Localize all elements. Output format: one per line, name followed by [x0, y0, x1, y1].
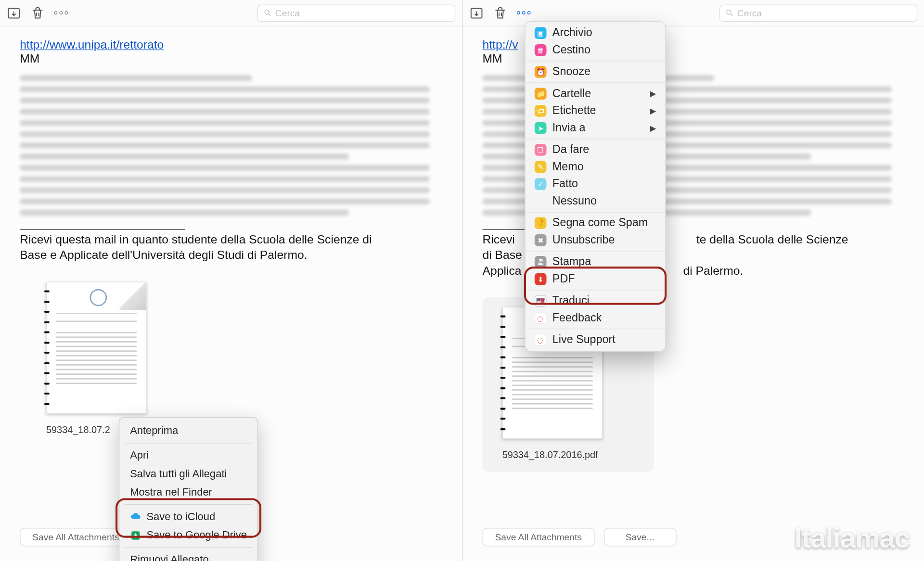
dd-cartelle[interactable]: 📁Cartelle▶ [526, 85, 666, 102]
dd-unsub[interactable]: ✖Unsubscribe [526, 231, 666, 249]
archive-icon[interactable] [469, 6, 484, 20]
archive-icon: ▣ [535, 27, 547, 39]
dd-etichette[interactable]: 🏷Etichette▶ [526, 102, 666, 120]
menu-salva-tutti[interactable]: Salva tutti gli Allegati [119, 464, 257, 483]
todo-icon: ☐ [535, 144, 547, 156]
trash-icon[interactable] [493, 6, 507, 20]
save-all-button[interactable]: Save All Attachments [20, 528, 131, 546]
dd-traduci[interactable]: 🇺🇸Traduci [526, 293, 666, 310]
archive-icon[interactable] [7, 6, 21, 20]
pane-left: http://www.unipa.it/rettorato MM Ricevi … [0, 0, 462, 561]
search-field[interactable] [737, 8, 911, 18]
dd-nessuno[interactable]: Nessuno [526, 192, 666, 210]
watermark: Italiamac [795, 522, 910, 554]
pdf-icon: ⬇ [535, 273, 547, 285]
dd-pdf[interactable]: ⬇PDF [526, 270, 666, 288]
spam-icon: 👎 [535, 217, 547, 229]
redacted-text [20, 75, 442, 216]
attachment-thumbnail[interactable] [46, 281, 146, 413]
menu-save-icloud[interactable]: Save to iCloud [119, 508, 257, 526]
actions-dropdown: ▣Archivio 🗑Cestino ⏰Snooze 📁Cartelle▶ 🏷E… [525, 21, 666, 352]
search-input[interactable] [719, 4, 917, 22]
dd-invia[interactable]: ➤Invia a▶ [526, 119, 666, 137]
divider [20, 229, 185, 230]
save-all-button[interactable]: Save All Attachments [482, 528, 594, 546]
search-field[interactable] [275, 8, 449, 18]
menu-mostra-finder[interactable]: Mostra nel Finder [119, 483, 257, 501]
dd-feedback[interactable]: ◌Feedback [526, 309, 666, 327]
pane-right: http://v MM Ricevi te della Scuola delle… [462, 0, 924, 561]
dd-dafare[interactable]: ☐Da fare [526, 141, 666, 158]
more-icon-active[interactable] [517, 11, 531, 14]
memo-icon: ✎ [535, 161, 547, 173]
chevron-right-icon: ▶ [650, 89, 656, 98]
dd-archivio[interactable]: ▣Archivio [526, 25, 666, 42]
tag-icon: 🏷 [535, 105, 547, 117]
rettorato-link[interactable]: http://www.unipa.it/rettorato [20, 38, 164, 51]
mm-label: MM [20, 52, 442, 66]
chevron-right-icon: ▶ [650, 106, 656, 115]
dd-stampa[interactable]: 🖶Stampa [526, 254, 666, 271]
send-icon: ➤ [535, 122, 547, 134]
svg-point-1 [265, 10, 269, 14]
footnote-trunc-a: Ricevi [482, 233, 514, 246]
footnote: Ricevi questa mail in quanto studente de… [20, 232, 389, 263]
mail-body-left: http://www.unipa.it/rettorato MM Ricevi … [0, 26, 462, 561]
search-input[interactable] [257, 4, 455, 22]
menu-anteprima[interactable]: Anteprima [119, 421, 257, 440]
dd-snooze[interactable]: ⏰Snooze [526, 64, 666, 81]
done-icon: ✓ [535, 178, 547, 190]
dd-spam[interactable]: 👎Segna come Spam [526, 215, 666, 232]
menu-save-gdrive[interactable]: Save to Google Drive [119, 526, 257, 544]
lifebuoy-icon: ◌ [535, 334, 547, 346]
menu-save-gdrive-label: Save to Google Drive [146, 529, 247, 541]
folder-icon: 📁 [535, 88, 547, 100]
footnote-trunc-b: Applica [482, 264, 521, 277]
icloud-icon [130, 511, 141, 522]
svg-point-4 [727, 10, 731, 14]
toolbar-left [0, 0, 462, 26]
more-icon[interactable] [54, 11, 68, 14]
attachment-area: 59334_18.07.2 [46, 281, 218, 434]
menu-rimuovi[interactable]: Rimuovi Allegato [119, 550, 257, 561]
chevron-right-icon: ▶ [650, 123, 656, 132]
trash-icon[interactable] [30, 6, 45, 20]
none-icon [535, 195, 547, 207]
attachment-name: 59334_18.07.2016.pdf [502, 449, 634, 460]
gdrive-icon [130, 530, 141, 541]
dd-support[interactable]: ◌Live Support [526, 331, 666, 348]
menu-apri[interactable]: Apri [119, 446, 257, 464]
clock-icon: ⏰ [535, 66, 547, 78]
dd-cestino[interactable]: 🗑Cestino [526, 41, 666, 59]
dd-fatto[interactable]: ✓Fatto [526, 176, 666, 193]
footnote-tail-b: di Palermo. [683, 264, 744, 277]
unsubscribe-icon: ✖ [535, 234, 547, 246]
save-button[interactable]: Save... [603, 528, 676, 546]
dd-memo[interactable]: ✎Memo [526, 158, 666, 176]
menu-save-icloud-label: Save to iCloud [146, 510, 215, 523]
trash-icon: 🗑 [535, 44, 547, 56]
print-icon: 🖶 [535, 256, 547, 268]
lifebuoy-icon: ◌ [535, 312, 547, 324]
attachment-context-menu: Anteprima Apri Salva tutti gli Allegati … [119, 417, 258, 561]
flag-icon: 🇺🇸 [535, 295, 547, 307]
rettorato-link-trunc[interactable]: http://v [482, 38, 518, 51]
